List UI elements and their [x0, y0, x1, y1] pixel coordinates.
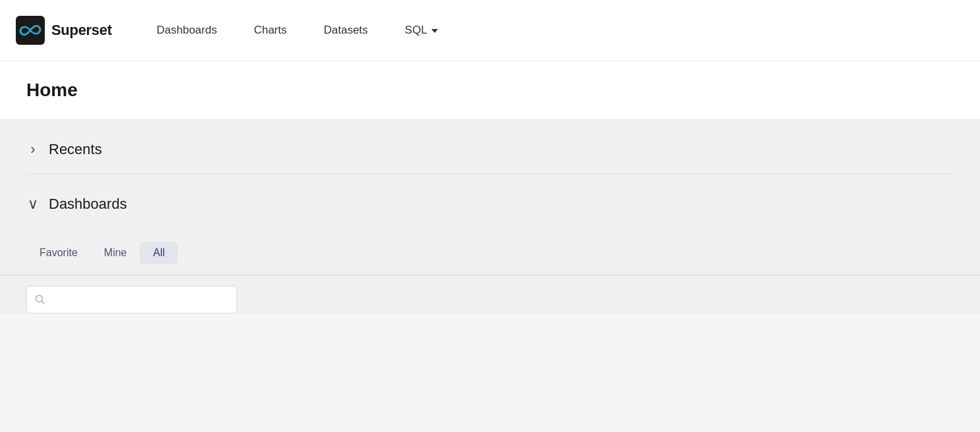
search-icon — [35, 294, 45, 305]
logo-text: Superset — [51, 22, 112, 39]
recents-section-title: Recents — [49, 141, 102, 158]
dashboards-section-header[interactable]: ∨ Dashboards — [26, 175, 954, 229]
dashboards-tabs: Favorite Mine All — [0, 229, 980, 275]
recents-section-header[interactable]: › Recents — [26, 120, 954, 174]
recents-toggle-icon: › — [26, 141, 40, 158]
nav-datasets[interactable]: Datasets — [306, 0, 387, 61]
sql-chevron-down-icon — [431, 29, 438, 33]
recents-section: › Recents — [0, 120, 980, 174]
navbar: Superset Dashboards Charts Datasets SQL — [0, 0, 980, 61]
svg-line-2 — [42, 302, 45, 304]
home-header: Home — [0, 61, 980, 120]
dashboards-toggle-icon: ∨ — [26, 196, 40, 213]
nav-sql-dropdown[interactable]: SQL — [387, 0, 456, 61]
dashboards-section-title: Dashboards — [49, 196, 127, 213]
dashboards-section: ∨ Dashboards Favorite Mine All — [0, 175, 980, 313]
nav-links: Dashboards Charts Datasets SQL — [138, 0, 456, 61]
tab-mine[interactable]: Mine — [91, 242, 140, 264]
superset-logo-icon — [16, 16, 45, 45]
page-title: Home — [26, 80, 954, 101]
search-area — [0, 275, 980, 313]
search-box[interactable] — [26, 286, 237, 313]
content-area: › Recents ∨ Dashboards Favorite Mine All — [0, 120, 980, 313]
nav-charts[interactable]: Charts — [235, 0, 305, 61]
logo-link[interactable]: Superset — [16, 16, 112, 45]
main-content: Home › Recents ∨ Dashboards Favorite Min… — [0, 61, 980, 432]
nav-dashboards[interactable]: Dashboards — [138, 0, 236, 61]
tab-all[interactable]: All — [140, 242, 178, 264]
tab-favorite[interactable]: Favorite — [26, 242, 91, 264]
